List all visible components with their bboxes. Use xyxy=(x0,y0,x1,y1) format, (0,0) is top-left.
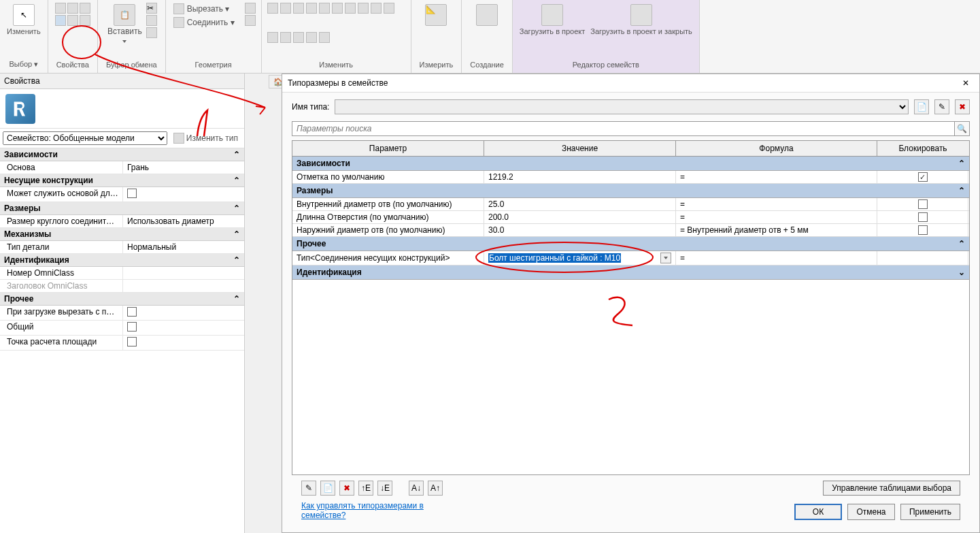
svg-point-0 xyxy=(63,26,101,59)
svg-point-1 xyxy=(476,242,653,272)
annotation-overlay xyxy=(0,0,980,533)
